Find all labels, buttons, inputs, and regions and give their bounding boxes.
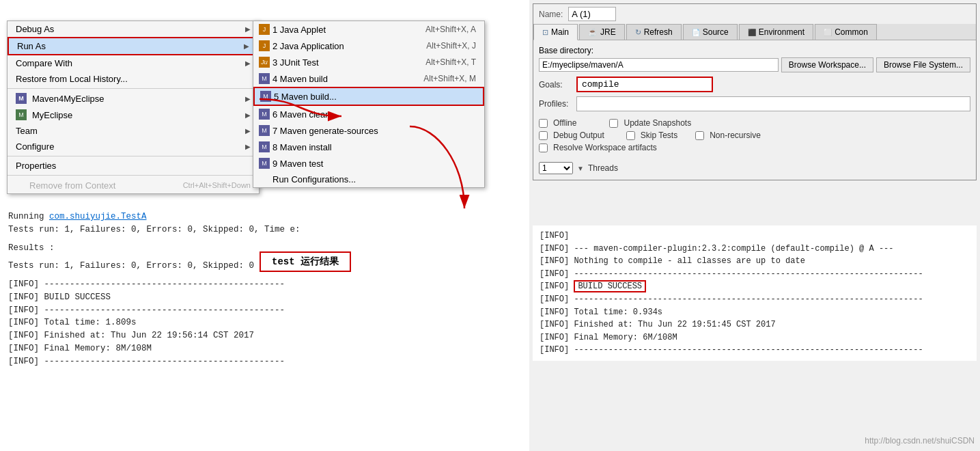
resolve-workspace-checkbox[interactable] [539,144,548,152]
maven-icon: M [259,109,270,120]
skip-tests-label: Skip Tests [641,131,677,140]
update-snapshots-checkbox[interactable] [609,119,618,128]
watermark: http://blog.csdn.net/shuiCSDN [865,436,975,446]
console-line-11: [INFO] ---------------------------------… [8,355,446,368]
left-console: Running com.shuiyujie.TestA Tests run: 1… [0,205,454,373]
context-menu-item-maven4myeclipse[interactable]: M Maven4MyEclipse ▶ [8,90,259,107]
tab-main[interactable]: ⊡ Main [533,24,578,40]
resolve-workspace-label: Resolve Workspace artifacts [553,143,657,152]
name-input[interactable] [568,7,616,21]
right-console-line9: [INFO] Final Memory: 6M/108M [540,331,970,344]
threads-label: Threads [588,163,618,173]
context-menu-item-restore[interactable]: Restore from Local History... [8,71,259,87]
remove-icon [16,180,27,191]
offline-label: Offline [553,118,576,128]
non-recursive-checkbox[interactable] [695,131,704,140]
right-console-line10: [INFO] ---------------------------------… [540,344,970,357]
profiles-label: Profiles: [539,99,576,109]
context-menu-item-compare-with[interactable]: Compare With ▶ [8,55,259,71]
tab-jre[interactable]: ☕ JRE [579,24,625,40]
context-menu-item-debug-as[interactable]: Debug As ▶ [8,21,259,37]
tab-environment[interactable]: ⬛ Environment [739,24,813,40]
offline-checkbox[interactable] [539,119,548,128]
junit-icon: Ju [259,57,270,68]
separator [8,156,259,156]
base-directory-section: Base directory: Browse Workspace... Brow… [539,46,970,72]
checkbox-row-1: Offline Update Snapshots [539,118,970,128]
context-menu-item-configure[interactable]: Configure ▶ [8,139,259,154]
left-panel: Debug As ▶ Run As ▶ Compare With ▶ Resto… [0,0,529,451]
arrow-icon: ▶ [245,25,251,33]
maven-icon: M [259,73,270,84]
right-console-line1: [INFO] [540,230,970,243]
env-tab-icon: ⬛ [748,29,756,36]
java-applet-icon: J [259,24,270,35]
submenu-item-java-applet[interactable]: J 1 Java Applet Alt+Shift+X, A [253,21,484,38]
arrow-icon: ▶ [245,59,251,67]
arrow-icon: ▶ [245,127,251,135]
submenu-item-java-application[interactable]: J 2 Java Application Alt+Shift+X, J [253,38,484,54]
arrow-icon: ▶ [245,143,251,150]
maven-icon: M [260,91,271,102]
submenu-item-maven-install[interactable]: M 8 Maven install [253,139,484,155]
base-directory-input[interactable] [539,58,779,72]
debug-output-checkbox[interactable] [539,131,548,140]
tab-refresh[interactable]: ↻ Refresh [626,24,682,40]
context-menu-item-team[interactable]: Team ▶ [8,123,259,139]
console-line-6: [INFO] BUILD SUCCESS [8,291,446,304]
maven-icon: M [259,158,270,169]
debug-output-label: Debug Output [553,131,604,140]
non-recursive-label: Non-recursive [710,131,761,140]
arrow-icon: ▶ [245,111,251,119]
browse-workspace-button[interactable]: Browse Workspace... [781,57,873,72]
test-result-box: test 运行结果 [260,251,351,272]
submenu-item-maven-build-dots[interactable]: M 5 Maven build... [253,87,484,106]
skip-tests-checkbox[interactable] [626,131,635,140]
tab-common[interactable]: ⬜ Common [815,24,877,40]
context-menu-item-myeclipse[interactable]: M MyEclipse ▶ [8,107,259,123]
test-class-link[interactable]: com.shuiyujie.TestA [49,212,147,221]
console-line-5: [INFO] ---------------------------------… [8,278,446,291]
submenu-item-junit-test[interactable]: Ju 3 JUnit Test Alt+Shift+X, T [253,54,484,70]
maven-icon: M [259,125,270,136]
console-line-9: [INFO] Finished at: Thu Jun 22 19:56:14 … [8,329,446,342]
console-line-2: Tests run: 1, Failures: 0, Errors: 0, Sk… [8,223,446,236]
submenu-item-maven-build[interactable]: M 4 Maven build Alt+Shift+X, M [253,70,484,87]
profiles-input[interactable] [576,96,970,111]
context-menu-item-run-as[interactable]: Run As ▶ [8,37,259,55]
shortcut-label: Ctrl+Alt+Shift+Down [183,181,251,189]
update-snapshots-label: Update Snapshots [624,118,691,128]
common-tab-icon: ⬜ [824,29,832,36]
right-console: [INFO] [INFO] --- maven-compiler-plugin:… [533,226,977,361]
submenu-item-maven-clean[interactable]: M 6 Maven clean [253,106,484,122]
submenu-item-maven-test[interactable]: M 9 Maven test [253,155,484,172]
submenu-item-run-configurations[interactable]: Run Configurations... [253,172,484,187]
name-label: Name: [539,10,563,19]
threads-row: 1 2 4 ▼ Threads [539,162,970,174]
separator [8,88,259,89]
submenu[interactable]: J 1 Java Applet Alt+Shift+X, A J 2 Java … [253,20,485,188]
goals-input[interactable] [576,77,713,92]
submenu-item-maven-generate[interactable]: M 7 Maven generate-sources [253,122,484,139]
threads-chevron: ▼ [577,165,584,172]
console-line-8: [INFO] Total time: 1.809s [8,316,446,329]
context-menu[interactable]: Debug As ▶ Run As ▶ Compare With ▶ Resto… [7,20,260,194]
console-line-10: [INFO] Final Memory: 8M/108M [8,342,446,355]
tab-source[interactable]: 📄 Source [683,24,738,40]
jre-tab-icon: ☕ [588,28,598,37]
main-tab-icon: ⊡ [542,28,548,37]
console-line-7: [INFO] ---------------------------------… [8,304,446,317]
maven-icon: M [16,93,27,104]
browse-file-system-button[interactable]: Browse File System... [876,57,970,72]
right-console-line6: [INFO] ---------------------------------… [540,293,970,306]
source-tab-icon: 📄 [692,29,700,36]
maven-icon: M [259,141,270,152]
context-menu-item-properties[interactable]: Properties [8,158,259,174]
threads-select[interactable]: 1 2 4 [539,162,573,174]
dialog-name-bar: Name: [533,4,976,24]
dialog-tabs[interactable]: ⊡ Main ☕ JRE ↻ Refresh 📄 Source ⬛ Enviro… [533,24,976,40]
base-directory-label: Base directory: [539,46,970,55]
myeclipse-icon: M [16,109,27,120]
dialog-window: Name: ⊡ Main ☕ JRE ↻ Refresh 📄 Source ⬛ [533,3,977,180]
profiles-row: Profiles: [539,96,970,111]
